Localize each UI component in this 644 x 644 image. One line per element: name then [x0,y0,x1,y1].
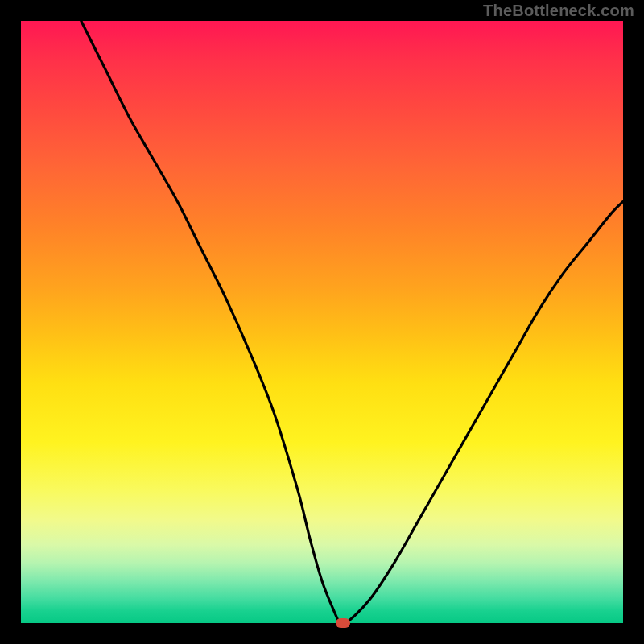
watermark-text: TheBottleneck.com [483,2,634,20]
optimal-point-marker [336,618,350,628]
bottleneck-curve [21,21,623,623]
chart-frame: TheBottleneck.com [0,0,644,644]
